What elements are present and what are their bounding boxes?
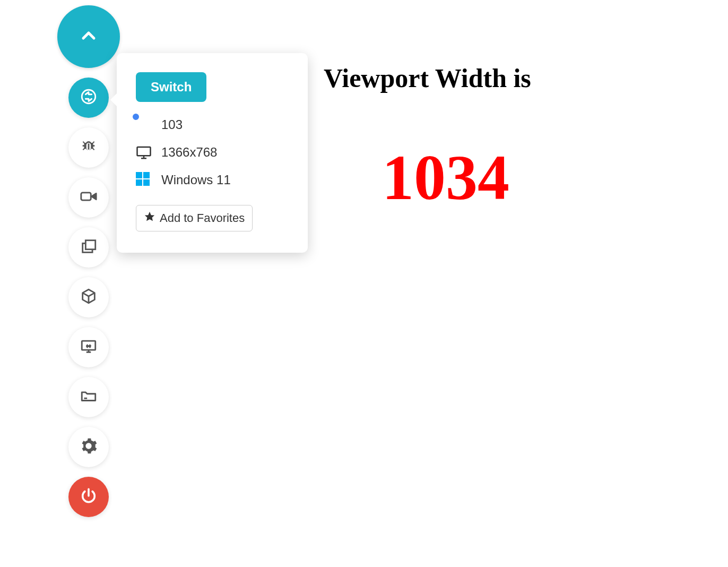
svg-marker-3	[92, 193, 97, 199]
page-content: Viewport Width is 1034	[324, 63, 531, 214]
screenshots-icon	[80, 237, 98, 257]
switch-popup: Switch 103 1366x768 Windows 11 Add to Fa…	[117, 53, 308, 253]
toolbar-item-resolution[interactable]	[68, 327, 109, 367]
viewport-width-value: 1034	[382, 141, 531, 214]
os-text: Windows 11	[161, 173, 231, 187]
folder-icon	[80, 387, 98, 407]
resolution-icon	[80, 337, 98, 357]
toolbar-item-box[interactable]	[68, 277, 109, 317]
box-icon	[80, 287, 98, 307]
svg-rect-5	[85, 240, 95, 250]
gear-icon	[80, 437, 98, 457]
switch-icon	[80, 88, 98, 108]
video-icon	[80, 187, 98, 208]
windows-icon	[136, 172, 152, 188]
browser-version-text: 103	[161, 117, 183, 132]
svg-rect-2	[81, 193, 91, 200]
toolbar-item-files[interactable]	[68, 377, 109, 417]
chrome-icon	[136, 117, 152, 133]
power-icon	[80, 487, 98, 507]
collapse-button[interactable]	[57, 5, 120, 68]
svg-rect-6	[82, 341, 96, 350]
browser-info-row: 103	[136, 117, 289, 133]
toolbar-item-switch[interactable]	[68, 78, 109, 118]
resolution-info-row: 1366x768	[136, 144, 289, 160]
toolbar-item-video[interactable]	[68, 177, 109, 218]
toolbar-item-screenshots[interactable]	[68, 227, 109, 268]
switch-button[interactable]: Switch	[136, 72, 206, 102]
svg-marker-13	[145, 212, 154, 221]
resolution-text: 1366x768	[161, 145, 217, 160]
toolbar-item-power[interactable]	[68, 477, 109, 517]
svg-rect-10	[137, 147, 151, 156]
add-to-favorites-button[interactable]: Add to Favorites	[136, 205, 253, 231]
svg-rect-1	[88, 143, 90, 149]
page-heading: Viewport Width is	[324, 63, 531, 93]
bug-icon	[80, 138, 98, 158]
toolbar-item-settings[interactable]	[68, 427, 109, 467]
os-info-row: Windows 11	[136, 172, 289, 188]
floating-toolbar	[57, 5, 120, 517]
toolbar-item-bug[interactable]	[68, 127, 109, 168]
star-icon	[144, 211, 155, 226]
chevron-up-icon	[78, 25, 99, 48]
monitor-icon	[136, 144, 152, 160]
favorites-label: Add to Favorites	[160, 211, 245, 225]
